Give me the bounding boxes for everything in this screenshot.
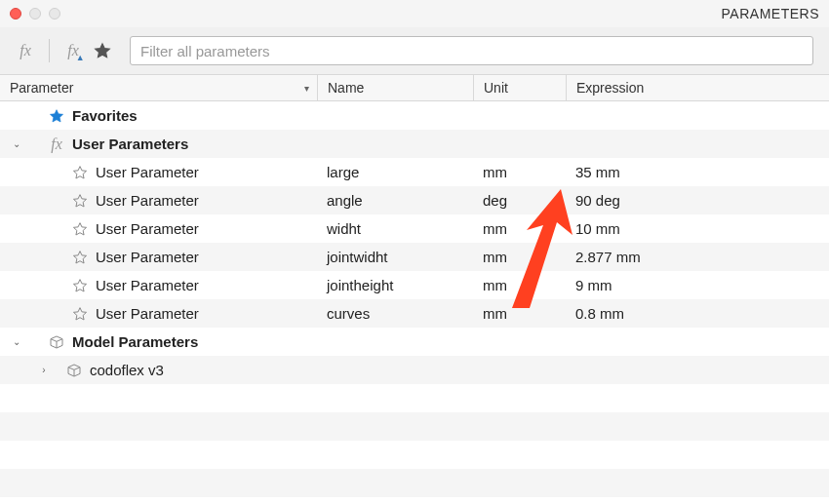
parameter-unit: mm [483,305,507,322]
column-header-parameter[interactable]: Parameter ▾ [0,80,317,96]
parameter-type-label: User Parameter [96,164,199,180]
model-child-label: codoflex v3 [90,362,164,378]
component-icon [64,363,84,378]
tree-row-favorites[interactable]: ▸ Favorites [0,101,829,130]
window-title: PARAMETERS [722,6,819,21]
parameter-row[interactable]: ▸User Parametercurvesmm0.8 mm [0,299,829,328]
favorite-toggle-icon[interactable] [70,221,90,237]
tree-row-model-child[interactable]: › codoflex v3 [0,356,829,384]
parameter-unit: deg [483,192,507,209]
sort-indicator-icon: ▾ [304,83,309,94]
favorite-star-icon[interactable] [93,41,112,60]
parameter-expression: 9 mm [575,277,612,293]
parameter-unit: mm [483,220,507,237]
column-header-parameter-label: Parameter [10,80,73,96]
parameter-row[interactable]: ▸User Parameterlargemm35 mm [0,158,829,186]
parameter-type-label: User Parameter [96,249,199,265]
parameter-name: jointwidht [327,249,388,265]
cube-icon [47,334,66,350]
favorite-toggle-icon[interactable] [70,306,90,322]
filter-input[interactable] [130,36,813,65]
parameter-expression: 90 deg [575,192,620,209]
parameter-unit: mm [483,164,507,180]
favorites-label: Favorites [72,107,138,124]
parameter-type-label: User Parameter [96,305,199,322]
parameter-row[interactable]: ▸User Parameterwidhtmm10 mm [0,214,829,243]
close-window-button[interactable] [10,8,21,19]
user-parameters-label: User Parameters [72,136,188,152]
parameter-row[interactable]: ▸User Parameterjointwidhtmm2.877 mm [0,243,829,271]
column-header-unit[interactable]: Unit [473,75,566,100]
tree-row-user-parameters[interactable]: ⌄ fx User Parameters [0,130,829,158]
parameter-name: widht [327,220,361,237]
favorite-toggle-icon[interactable] [70,165,90,180]
disclosure-right-icon[interactable]: › [37,365,51,375]
toolbar: fx fx▲ [0,27,829,74]
empty-row [0,441,829,469]
empty-row [0,497,829,504]
favorite-toggle-icon[interactable] [70,250,90,265]
parameter-type-label: User Parameter [96,220,199,237]
parameter-unit: mm [483,249,507,265]
model-parameters-label: Model Parameters [72,333,198,350]
parameter-expression: 35 mm [575,164,620,180]
parameter-expression: 2.877 mm [575,249,641,265]
toolbar-separator [49,39,50,62]
parameter-row[interactable]: ▸User Parameterangledeg90 deg [0,186,829,214]
fx-icon: fx [47,136,66,153]
column-header-expression[interactable]: Expression [566,75,829,100]
parameter-tree: ▸ Favorites ⌄ fx User Parameters ▸User P… [0,101,829,504]
filter-input-container [130,36,813,65]
favorite-toggle-icon[interactable] [70,278,90,293]
disclosure-down-icon[interactable]: ⌄ [10,138,23,149]
parameter-unit: mm [483,277,507,293]
parameter-name: curves [327,305,370,322]
favorites-star-icon [47,108,66,124]
parameter-expression: 10 mm [575,220,620,237]
parameter-type-label: User Parameter [96,277,199,293]
parameter-row[interactable]: ▸User Parameterjointheightmm9 mm [0,271,829,299]
parameter-name: angle [327,192,363,209]
minimize-window-button[interactable] [29,8,41,19]
table-header: Parameter ▾ Name Unit Expression [0,74,829,101]
window-titlebar: PARAMETERS [0,0,829,27]
favorite-toggle-icon[interactable] [70,193,90,209]
column-header-name[interactable]: Name [317,75,473,100]
parameter-name: jointheight [327,277,393,293]
disclosure-down-icon[interactable]: ⌄ [10,336,23,347]
empty-row [0,384,829,412]
zoom-window-button[interactable] [49,8,60,19]
parameter-type-label: User Parameter [96,192,199,209]
empty-row [0,412,829,441]
parameter-name: large [327,164,359,180]
empty-row [0,469,829,497]
user-parameter-icon[interactable]: fx▲ [63,41,83,60]
tree-row-model-parameters[interactable]: ⌄ Model Parameters [0,328,829,356]
parameter-expression: 0.8 mm [575,305,624,322]
add-parameter-icon[interactable]: fx [16,41,35,60]
window-traffic-lights [10,8,60,19]
